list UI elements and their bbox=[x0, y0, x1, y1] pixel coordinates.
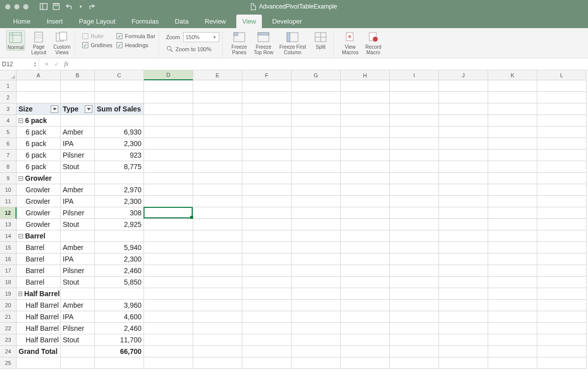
cell-F1[interactable] bbox=[242, 80, 291, 92]
cell-I22[interactable] bbox=[390, 323, 439, 334]
cell-K20[interactable] bbox=[488, 300, 537, 311]
cell-I3[interactable] bbox=[390, 103, 439, 115]
collapse-toggle[interactable]: − bbox=[19, 118, 23, 123]
cell-C4[interactable] bbox=[95, 115, 144, 127]
cell-L19[interactable] bbox=[537, 288, 586, 300]
cell-D4[interactable] bbox=[144, 115, 193, 127]
cell-B16[interactable]: IPA bbox=[61, 254, 95, 265]
cell-D23[interactable] bbox=[144, 334, 193, 346]
view-macros-button[interactable]: View Macros bbox=[341, 30, 360, 55]
cell-E18[interactable] bbox=[193, 277, 242, 288]
column-header-J[interactable]: J bbox=[439, 70, 488, 80]
row-header-13[interactable]: 13 bbox=[0, 219, 17, 230]
cell-I15[interactable] bbox=[390, 242, 439, 254]
cell-L25[interactable] bbox=[537, 357, 586, 369]
cell-I11[interactable] bbox=[390, 196, 439, 207]
cell-H1[interactable] bbox=[341, 80, 390, 92]
cell-K18[interactable] bbox=[488, 277, 537, 288]
row-header-15[interactable]: 15 bbox=[0, 242, 17, 254]
cell-F11[interactable] bbox=[242, 196, 291, 207]
cell-K12[interactable] bbox=[488, 207, 537, 219]
cell-A25[interactable] bbox=[17, 357, 61, 369]
column-header-C[interactable]: C bbox=[95, 70, 144, 80]
cell-G17[interactable] bbox=[291, 265, 341, 277]
cell-K8[interactable] bbox=[488, 161, 537, 173]
zoom-select[interactable]: 150% ▼ bbox=[183, 32, 219, 42]
cell-J1[interactable] bbox=[439, 80, 488, 92]
cell-F10[interactable] bbox=[242, 184, 291, 196]
cell-D22[interactable] bbox=[144, 323, 193, 334]
cell-grid[interactable]: SizeTypeSum of Sales−6 pack6 packAmber6,… bbox=[17, 80, 588, 369]
cell-G4[interactable] bbox=[291, 115, 341, 127]
cell-B8[interactable]: Stout bbox=[61, 161, 95, 173]
cell-B15[interactable]: Amber bbox=[61, 242, 95, 254]
cell-I16[interactable] bbox=[390, 254, 439, 265]
cell-G12[interactable] bbox=[291, 207, 341, 219]
row-header-23[interactable]: 23 bbox=[0, 334, 17, 346]
cell-D1[interactable] bbox=[144, 80, 193, 92]
cell-D13[interactable] bbox=[144, 219, 193, 230]
row-header-17[interactable]: 17 bbox=[0, 265, 17, 277]
cell-L21[interactable] bbox=[537, 311, 586, 323]
cell-K2[interactable] bbox=[488, 92, 537, 103]
cell-J16[interactable] bbox=[439, 254, 488, 265]
cell-E8[interactable] bbox=[193, 161, 242, 173]
ruler-checkbox[interactable]: Ruler bbox=[82, 33, 112, 39]
row-header-18[interactable]: 18 bbox=[0, 277, 17, 288]
cell-H15[interactable] bbox=[341, 242, 390, 254]
cell-C16[interactable]: 2,300 bbox=[95, 254, 144, 265]
cell-H5[interactable] bbox=[341, 127, 390, 138]
cell-G10[interactable] bbox=[291, 184, 341, 196]
cell-E10[interactable] bbox=[193, 184, 242, 196]
row-header-5[interactable]: 5 bbox=[0, 127, 17, 138]
column-header-H[interactable]: H bbox=[341, 70, 390, 80]
cell-I5[interactable] bbox=[390, 127, 439, 138]
cell-F7[interactable] bbox=[242, 150, 291, 161]
cell-H23[interactable] bbox=[341, 334, 390, 346]
cell-H20[interactable] bbox=[341, 300, 390, 311]
cell-F23[interactable] bbox=[242, 334, 291, 346]
cell-K10[interactable] bbox=[488, 184, 537, 196]
cell-B4[interactable] bbox=[61, 115, 95, 127]
cell-B5[interactable]: Amber bbox=[61, 127, 95, 138]
record-macro-button[interactable]: Record Macro bbox=[364, 30, 383, 55]
cell-D15[interactable] bbox=[144, 242, 193, 254]
cell-A2[interactable] bbox=[17, 92, 61, 103]
cell-G16[interactable] bbox=[291, 254, 341, 265]
cell-H16[interactable] bbox=[341, 254, 390, 265]
cell-K9[interactable] bbox=[488, 173, 537, 184]
cell-H21[interactable] bbox=[341, 311, 390, 323]
cell-E20[interactable] bbox=[193, 300, 242, 311]
row-header-11[interactable]: 11 bbox=[0, 196, 17, 207]
cell-A10[interactable]: Growler bbox=[17, 184, 61, 196]
cell-D25[interactable] bbox=[144, 357, 193, 369]
cell-L12[interactable] bbox=[537, 207, 586, 219]
cell-E16[interactable] bbox=[193, 254, 242, 265]
cell-I2[interactable] bbox=[390, 92, 439, 103]
cell-J7[interactable] bbox=[439, 150, 488, 161]
freeze-top-row-button[interactable]: Freeze Top Row bbox=[253, 30, 274, 55]
formula-bar-checkbox[interactable]: ✓Formula Bar bbox=[116, 33, 156, 39]
cell-F22[interactable] bbox=[242, 323, 291, 334]
cell-H18[interactable] bbox=[341, 277, 390, 288]
cell-C12[interactable]: 308 bbox=[95, 207, 144, 219]
cell-C14[interactable] bbox=[95, 230, 144, 242]
cell-H7[interactable] bbox=[341, 150, 390, 161]
cell-G19[interactable] bbox=[291, 288, 341, 300]
cell-D5[interactable] bbox=[144, 127, 193, 138]
cell-E7[interactable] bbox=[193, 150, 242, 161]
cell-I19[interactable] bbox=[390, 288, 439, 300]
page-layout-view-button[interactable]: Page Layout bbox=[29, 30, 48, 55]
cell-A9[interactable]: −Growler bbox=[17, 173, 61, 184]
cell-I4[interactable] bbox=[390, 115, 439, 127]
cell-D9[interactable] bbox=[144, 173, 193, 184]
cell-K14[interactable] bbox=[488, 230, 537, 242]
column-header-F[interactable]: F bbox=[242, 70, 291, 80]
cell-I9[interactable] bbox=[390, 173, 439, 184]
row-header-8[interactable]: 8 bbox=[0, 161, 17, 173]
cell-A11[interactable]: Growler bbox=[17, 196, 61, 207]
cell-F9[interactable] bbox=[242, 173, 291, 184]
cell-F18[interactable] bbox=[242, 277, 291, 288]
cell-I18[interactable] bbox=[390, 277, 439, 288]
cell-D11[interactable] bbox=[144, 196, 193, 207]
